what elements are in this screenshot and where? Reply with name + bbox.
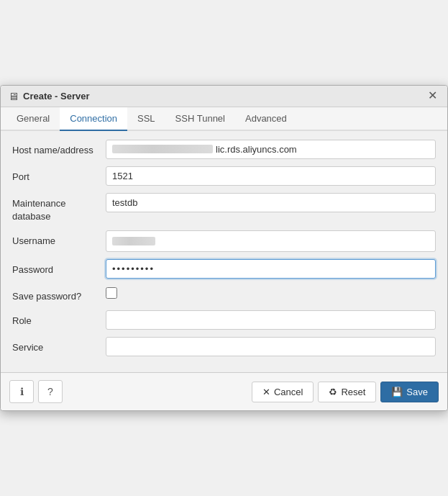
footer-left: ℹ ? (9, 380, 63, 403)
password-label: Password (12, 259, 106, 276)
service-row: Service (12, 337, 436, 356)
footer-right: ✕ Cancel ♻ Reset 💾 Save (252, 382, 439, 402)
service-input[interactable] (106, 337, 436, 356)
server-icon: 🖥 (8, 90, 19, 102)
host-input-wrapper[interactable]: lic.rds.aliyuncs.com (106, 140, 436, 159)
title-bar: 🖥 Create - Server ✕ (1, 86, 447, 107)
username-blurred (112, 237, 155, 245)
password-row: Password (12, 259, 436, 279)
tab-connection[interactable]: Connection (60, 107, 127, 131)
host-visible-suffix: lic.rds.aliyuncs.com (216, 144, 297, 155)
help-button[interactable]: ? (38, 380, 63, 403)
close-button[interactable]: ✕ (425, 90, 440, 102)
save-password-checkbox[interactable] (106, 287, 117, 299)
maintenance-db-label: Maintenance database (12, 193, 106, 223)
reset-label: Reset (341, 387, 365, 397)
username-input-wrapper[interactable] (106, 230, 436, 252)
save-button[interactable]: 💾 Save (380, 382, 439, 402)
tab-bar: General Connection SSL SSH Tunnel Advanc… (1, 107, 447, 131)
save-password-checkbox-wrapper (106, 286, 117, 299)
role-label: Role (12, 310, 106, 328)
host-label: Host name/address (12, 140, 106, 157)
save-label: Save (406, 387, 428, 397)
username-label: Username (12, 230, 106, 248)
cancel-label: Cancel (274, 387, 303, 397)
reset-button[interactable]: ♻ Reset (318, 382, 376, 402)
dialog-title: Create - Server (23, 91, 90, 102)
host-blurred-part (112, 145, 213, 153)
tab-general[interactable]: General (6, 107, 60, 131)
create-server-dialog: 🖥 Create - Server ✕ General Connection S… (0, 85, 448, 412)
role-row: Role (12, 310, 436, 330)
port-label: Port (12, 166, 106, 184)
save-icon: 💾 (391, 387, 403, 397)
host-row: Host name/address lic.rds.aliyuncs.com (12, 140, 436, 159)
maintenance-db-row: Maintenance database (12, 193, 436, 223)
port-input[interactable] (106, 166, 436, 186)
port-row: Port (12, 166, 436, 186)
cancel-icon: ✕ (262, 387, 270, 397)
maintenance-db-input[interactable] (106, 193, 436, 212)
password-input[interactable] (106, 259, 436, 279)
save-password-label: Save password? (12, 286, 106, 303)
cancel-button[interactable]: ✕ Cancel (252, 382, 314, 402)
footer: ℹ ? ✕ Cancel ♻ Reset 💾 Save (1, 372, 447, 410)
service-label: Service (12, 337, 106, 354)
role-input[interactable] (106, 310, 436, 330)
form-body: Host name/address lic.rds.aliyuncs.com P… (1, 131, 447, 373)
tab-ssl[interactable]: SSL (127, 107, 165, 131)
username-row: Username (12, 230, 436, 252)
title-bar-left: 🖥 Create - Server (8, 90, 90, 102)
save-password-row: Save password? (12, 286, 436, 303)
reset-icon: ♻ (329, 387, 337, 397)
tab-advanced[interactable]: Advanced (235, 107, 297, 131)
info-button[interactable]: ℹ (9, 380, 34, 403)
tab-ssh-tunnel[interactable]: SSH Tunnel (165, 107, 235, 131)
